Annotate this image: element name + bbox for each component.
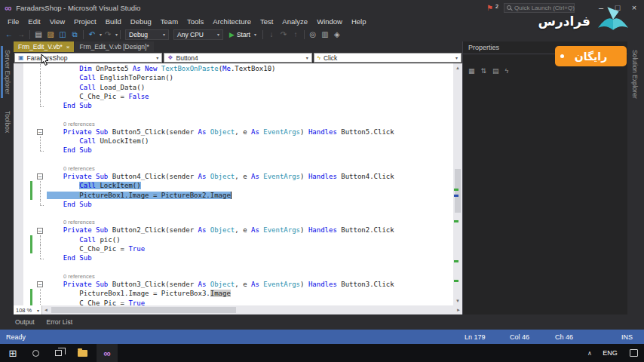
zoom-dropdown[interactable]: 108 % ▾: [14, 305, 42, 314]
code-line[interactable]: End Sub: [14, 200, 453, 209]
code-line[interactable]: End Sub: [14, 101, 453, 110]
menu-help[interactable]: Help: [347, 17, 371, 26]
chevron-down-icon[interactable]: ▾: [156, 55, 158, 60]
chevron-down-icon[interactable]: ▾: [306, 55, 308, 60]
platform-dropdown[interactable]: Any CPU▾: [173, 29, 223, 40]
redo-icon[interactable]: ↷: [102, 27, 114, 41]
menu-test[interactable]: Test: [256, 17, 278, 26]
toolbox-tab[interactable]: Toolbox: [3, 107, 12, 137]
categorized-icon[interactable]: ▦: [468, 67, 475, 75]
document-tab[interactable]: Frm_Edit_V.vb [Design]*: [75, 41, 153, 52]
codelens-references[interactable]: 0 references: [47, 219, 95, 225]
code-line[interactable]: C_Che_Pic = True: [14, 244, 453, 253]
start-menu-icon[interactable]: ⊞: [3, 344, 23, 362]
output-tab[interactable]: Output: [15, 318, 35, 326]
hscroll-thumb[interactable]: [51, 307, 236, 313]
find-in-files-icon[interactable]: ◎: [307, 27, 319, 41]
menu-edit[interactable]: Edit: [23, 17, 44, 26]
editor-hscroll[interactable]: ◄ ►: [42, 305, 462, 314]
code-line[interactable]: End Sub: [14, 253, 453, 262]
close-button[interactable]: ×: [626, 0, 642, 15]
code-line[interactable]: – Private Sub Button4_Click(sender As Ob…: [14, 172, 453, 181]
menu-team[interactable]: Team: [156, 17, 182, 26]
code-line[interactable]: – Private Sub Button2_Click(sender As Ob…: [14, 225, 453, 235]
chevron-down-icon[interactable]: ▾: [455, 55, 458, 60]
back-icon[interactable]: ←: [3, 27, 15, 41]
menu-view[interactable]: View: [45, 17, 69, 26]
code-line[interactable]: PictureBox1.Image = PictureBox2.Image: [14, 191, 453, 200]
step-out-icon[interactable]: ↑: [290, 27, 302, 41]
menu-build[interactable]: Build: [101, 17, 126, 26]
scroll-up-icon[interactable]: ▲: [453, 63, 462, 72]
collapse-minus-icon[interactable]: –: [37, 228, 43, 234]
code-line[interactable]: – Private Sub Button3_Click(sender As Ob…: [14, 280, 453, 289]
code-line[interactable]: – Private Sub Button5_Click(sender As Ob…: [14, 127, 453, 137]
collapse-minus-icon[interactable]: –: [37, 129, 43, 135]
tray-chevron-up-icon[interactable]: ∧: [582, 344, 597, 362]
document-tab[interactable]: Frm_Edit_V.vb*×: [14, 41, 74, 52]
save-all-icon[interactable]: ⧉: [69, 27, 81, 41]
maximize-button[interactable]: □: [609, 0, 626, 15]
collapse-toggle[interactable]: –: [35, 172, 47, 181]
open-file-icon[interactable]: ▨: [44, 27, 57, 41]
code-line[interactable]: Call pic(): [14, 235, 453, 244]
language-indicator[interactable]: ENG: [599, 344, 621, 362]
title-bar[interactable]: ∞ FaradarsShop - Microsoft Visual Studio…: [0, 0, 644, 15]
scroll-right-icon[interactable]: ►: [456, 305, 461, 314]
codelens-references[interactable]: 0 references: [47, 273, 95, 280]
error-list-tab[interactable]: Error List: [47, 318, 72, 326]
menu-tools[interactable]: Tools: [182, 17, 208, 26]
notifications-flag-icon[interactable]: ⚑2: [486, 4, 493, 12]
scroll-down-icon[interactable]: ▼: [453, 296, 462, 305]
chevron-down-icon[interactable]: ▾: [115, 32, 118, 37]
quick-launch-input[interactable]: Quick Launch (Ctrl+Q): [504, 3, 575, 13]
events-icon[interactable]: ϟ: [505, 67, 509, 75]
collapse-toggle[interactable]: –: [35, 280, 47, 289]
menu-window[interactable]: Window: [312, 17, 347, 26]
code-line[interactable]: Call EnglishToPersian(): [14, 73, 453, 82]
new-file-icon[interactable]: ▤: [32, 27, 44, 41]
taskbar-search-icon[interactable]: [26, 344, 45, 362]
menu-analyze[interactable]: Analyze: [278, 17, 312, 26]
task-view-icon[interactable]: [48, 344, 68, 362]
codelens-references[interactable]: 0 references: [47, 121, 95, 127]
undo-icon[interactable]: ↶: [86, 27, 98, 41]
code-line[interactable]: Dim OnPaste5 As New TextBoxOnPaste(Me.Te…: [14, 64, 453, 73]
menu-file[interactable]: File: [3, 17, 23, 26]
code-line[interactable]: Call LockItem(): [14, 181, 453, 190]
editor-vscroll[interactable]: ▲ ▼: [453, 63, 462, 305]
start-debug-button[interactable]: ▶ Start ▾: [229, 31, 256, 38]
file-explorer-icon[interactable]: [72, 344, 92, 362]
save-icon[interactable]: ◫: [57, 27, 69, 41]
code-line[interactable]: C_Che_Pic = True: [14, 299, 453, 305]
menu-project[interactable]: Project: [69, 17, 101, 26]
visual-studio-taskbar-icon[interactable]: ∞: [97, 344, 118, 362]
code-editor[interactable]: Dim OnPaste5 As New TextBoxOnPaste(Me.Te…: [14, 63, 462, 305]
code-line[interactable]: Call Load_Data(): [14, 83, 453, 92]
debug-target-dropdown[interactable]: Debug▾: [125, 29, 169, 40]
close-icon[interactable]: ×: [66, 44, 70, 51]
code-line[interactable]: C_Che_Pic = False: [14, 92, 453, 101]
server-explorer-tab[interactable]: Server Explorer: [1, 46, 12, 98]
events-dropdown[interactable]: ϟ Click ▾: [314, 53, 462, 63]
members-dropdown[interactable]: ❖ Button4 ▾: [164, 53, 311, 63]
collapse-minus-icon[interactable]: –: [37, 281, 43, 287]
collapse-minus-icon[interactable]: –: [37, 173, 43, 179]
solution-explorer-tab[interactable]: Solution Explorer: [630, 46, 639, 103]
scroll-left-icon[interactable]: ◄: [44, 305, 48, 314]
step-over-icon[interactable]: ↷: [278, 27, 290, 41]
collapse-toggle[interactable]: –: [35, 127, 47, 137]
menu-debug[interactable]: Debug: [126, 17, 156, 26]
properties-page-icon[interactable]: ▤: [492, 67, 499, 75]
code-line[interactable]: Call UnLockItem(): [14, 137, 453, 146]
codelens-references[interactable]: 0 references: [47, 165, 95, 172]
bookmark-icon[interactable]: ◈: [331, 27, 343, 41]
comment-icon[interactable]: ▥: [319, 27, 331, 41]
action-center-icon[interactable]: [624, 344, 642, 362]
minimize-button[interactable]: –: [593, 0, 609, 15]
collapse-toggle[interactable]: –: [35, 225, 47, 235]
code-line[interactable]: PictureBox1.Image = PictureBox3.Image: [14, 289, 453, 298]
menu-architecture[interactable]: Architecture: [208, 17, 256, 26]
alphabetical-icon[interactable]: ⇅: [481, 67, 487, 75]
forward-icon[interactable]: →: [15, 27, 27, 41]
